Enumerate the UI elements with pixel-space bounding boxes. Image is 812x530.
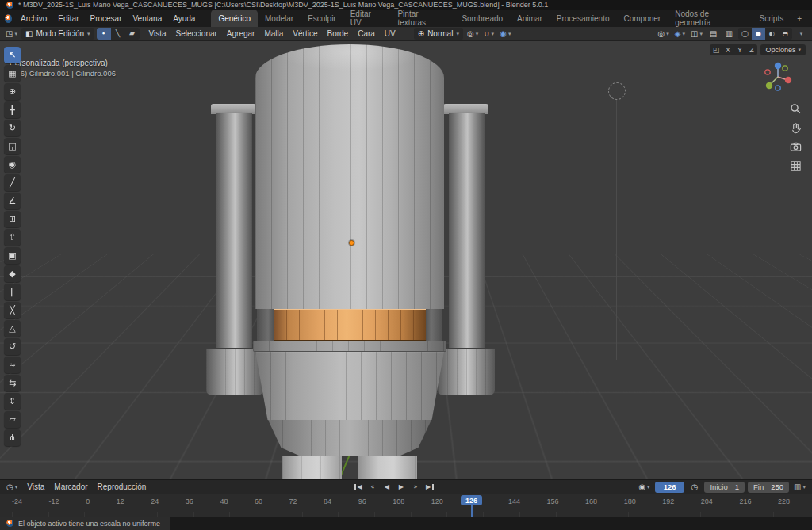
tool-scale[interactable]: ◱ — [4, 138, 21, 154]
shading-mode-solid[interactable]: ● — [752, 28, 765, 40]
orientation-dropdown[interactable]: ⊕ Normal — [414, 28, 463, 40]
tool-annotate[interactable]: ╱ — [4, 174, 21, 191]
tool-edge-slide[interactable]: ⇆ — [4, 375, 21, 391]
mesh-body-upper[interactable] — [255, 44, 444, 309]
tool-cursor[interactable]: ⊕ — [4, 83, 21, 100]
keying-button[interactable]: ◉ — [637, 481, 651, 493]
viewport-menu[interactable]: Vértice — [288, 29, 322, 38]
viewport-menu[interactable]: Seleccionar — [171, 29, 222, 38]
menu-item[interactable]: Ayuda — [167, 10, 201, 27]
transport-jump-to-end[interactable]: ▶ — [423, 482, 436, 493]
right-column-shaft[interactable] — [449, 113, 485, 350]
viewport-canvas[interactable]: ↖▦⊕╋↻◱◉╱∡⊞⇧▣◆∥╳△↺≈⇆⇕▱⋔ Personalizada (pe… — [0, 41, 812, 479]
mesh-leg-right[interactable] — [358, 456, 417, 479]
workspace-tab[interactable]: Nodos de geometría — [668, 10, 752, 27]
snap-button[interactable]: ∪ — [482, 28, 496, 40]
use-preview-range-button[interactable]: ◷ — [688, 481, 701, 493]
selected-face-loop[interactable] — [274, 309, 426, 341]
mode-dropdown[interactable]: ◧ Modo Edición — [21, 28, 94, 40]
workspace-tab[interactable]: Genérico — [211, 10, 258, 27]
empty-object[interactable] — [608, 82, 626, 100]
transport-prev-keyframe[interactable]: « — [366, 482, 379, 493]
tool-select-box[interactable]: ▦ — [4, 65, 21, 82]
mesh-rim[interactable] — [253, 341, 446, 352]
select-mode-vertex[interactable]: ∙ — [97, 28, 111, 40]
select-mode-edge[interactable]: ╲ — [111, 28, 125, 40]
current-frame-field[interactable]: 126 — [655, 482, 685, 493]
left-column-base[interactable] — [206, 348, 263, 395]
options-dropdown[interactable]: Opciones — [760, 44, 806, 55]
current-frame-badge[interactable]: 126 — [461, 495, 482, 505]
workspace-tab[interactable]: Animar — [510, 10, 550, 27]
add-workspace-button[interactable]: + — [791, 10, 807, 27]
timeline-menu[interactable]: Marcador — [49, 482, 92, 491]
frame-start-field[interactable]: Inicio 1 — [704, 482, 744, 493]
tool-spin[interactable]: ↺ — [4, 338, 21, 355]
transport-jump-to-start[interactable]: ◀ — [351, 482, 365, 493]
tool-rotate[interactable]: ↻ — [4, 120, 21, 136]
playhead-line[interactable] — [471, 504, 473, 517]
tool-shear[interactable]: ▱ — [4, 411, 21, 428]
shading-options-button[interactable] — [795, 28, 808, 40]
tool-shrink-fatten[interactable]: ⇕ — [4, 393, 21, 410]
tool-knife[interactable]: ╳ — [4, 302, 21, 318]
mesh-body-lower[interactable] — [255, 352, 444, 420]
tool-move[interactable]: ╋ — [4, 101, 21, 118]
mesh-foot[interactable] — [268, 420, 431, 456]
pivot-point-button[interactable]: ◎ — [465, 28, 480, 40]
tool-inset-faces[interactable]: ▣ — [4, 247, 21, 264]
left-column-shaft[interactable] — [216, 113, 252, 350]
tool-extrude-region[interactable]: ⇧ — [4, 229, 21, 246]
axis-toggle[interactable]: Y — [733, 44, 745, 55]
blender-menu-icon[interactable] — [5, 14, 12, 23]
view-layer-a-button[interactable]: ▤ — [707, 28, 720, 40]
frame-end-field[interactable]: Fin 250 — [748, 482, 789, 493]
view-layer-b-button[interactable]: ▥ — [722, 28, 736, 40]
ortho-toggle-button[interactable] — [788, 158, 802, 173]
mirror-icon-button[interactable]: ◰ — [710, 44, 722, 55]
workspace-tab[interactable]: Scripts — [753, 10, 791, 27]
transport-play-reverse[interactable]: ◀ — [380, 482, 393, 493]
menu-item[interactable]: Archivo — [15, 10, 52, 27]
tool-measure[interactable]: ∡ — [4, 193, 21, 209]
workspace-tab[interactable]: Modelar — [258, 10, 301, 27]
viewport-menu[interactable]: Vista — [144, 29, 171, 38]
mesh-leg-left[interactable] — [282, 456, 342, 479]
timeline-menu[interactable]: Vista — [22, 482, 49, 491]
workspace-tab[interactable]: Sombreado — [454, 10, 510, 27]
tool-smooth[interactable]: ≈ — [4, 357, 21, 373]
viewport-menu[interactable]: Malla — [259, 29, 288, 38]
axis-toggle[interactable]: Z — [745, 44, 757, 55]
shading-mode-wireframe[interactable]: ◯ — [738, 28, 752, 40]
workspace-tab[interactable]: Componer — [616, 10, 668, 27]
timeline-ruler[interactable]: -24-120122436486072849610812013214415616… — [0, 494, 812, 517]
workspace-tab[interactable]: Esculpir — [301, 10, 343, 27]
viewport-menu[interactable]: UV — [380, 29, 400, 38]
tool-poly-build[interactable]: △ — [4, 320, 21, 337]
proportional-editing-button[interactable]: ◉ — [498, 28, 512, 40]
timeline-display-button[interactable]: ▥ — [792, 481, 807, 493]
tool-transform[interactable]: ◉ — [4, 156, 21, 173]
menu-item[interactable]: Ventana — [128, 10, 168, 27]
workspace-tab[interactable]: Pintar texturas — [390, 10, 454, 27]
menu-item[interactable]: Editar — [52, 10, 84, 27]
title-bar[interactable]: * M3DV_2025-1S_Luis Mario Vega_CASCANUEC… — [0, 0, 812, 10]
transport-next-keyframe[interactable]: » — [408, 482, 422, 493]
tool-add-cube[interactable]: ⊞ — [4, 211, 21, 227]
overlays-button[interactable]: ◎ — [657, 28, 671, 40]
shading-mode-rendered[interactable]: ◓ — [779, 28, 792, 40]
navigation-gizmo[interactable] — [761, 60, 795, 95]
axis-toggle[interactable]: X — [722, 44, 733, 55]
transport-play[interactable]: ▶ — [394, 482, 408, 493]
tool-loop-cut[interactable]: ∥ — [4, 284, 21, 300]
viewport-menu[interactable]: Cara — [353, 29, 380, 38]
camera-view-button[interactable] — [788, 139, 802, 154]
viewport-menu[interactable]: Agregar — [222, 29, 260, 38]
tool-tweak[interactable]: ↖ — [4, 47, 21, 63]
zoom-button[interactable] — [788, 101, 802, 116]
tool-bevel[interactable]: ◆ — [4, 265, 21, 282]
viewport-menu[interactable]: Borde — [322, 29, 353, 38]
tool-rip-region[interactable]: ⋔ — [4, 429, 21, 446]
editor-type-button[interactable]: ◳ — [4, 28, 19, 40]
gizmos-button[interactable]: ◈ — [673, 28, 687, 40]
